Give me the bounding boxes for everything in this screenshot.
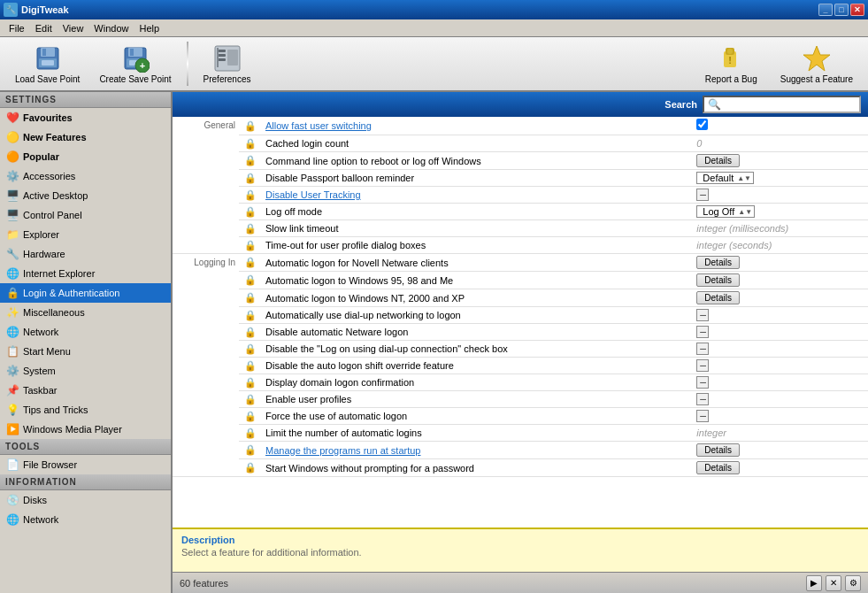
new-features-icon: 🟡 xyxy=(5,130,19,144)
minus-control: − xyxy=(696,410,709,422)
sidebar-item-miscellaneous[interactable]: ✨ Miscellaneous xyxy=(0,303,171,322)
load-save-point-label: Load Save Point xyxy=(15,74,80,84)
preferences-icon xyxy=(213,44,242,73)
sidebar-item-control-panel[interactable]: 🖥️ Control Panel xyxy=(0,205,171,225)
sidebar-item-start-menu[interactable]: 📋 Start Menu xyxy=(0,342,171,361)
misc-icon: ✨ xyxy=(5,305,19,320)
explorer-icon: 📁 xyxy=(5,227,19,242)
table-row: General 🔒 Allow fast user switching xyxy=(173,117,868,135)
search-bar: Search 🔍 xyxy=(173,92,868,117)
table-row: 🔒 Automatically use dial-up networking t… xyxy=(173,307,868,324)
svg-text:+: + xyxy=(140,60,145,71)
load-save-point-icon xyxy=(34,44,62,73)
search-input[interactable] xyxy=(723,99,856,110)
feature-cmd-reboot: Command line option to reboot or log off… xyxy=(262,152,691,170)
lock-icon: 🔒 xyxy=(239,341,262,358)
table-row: 🔒 Enable user profiles − xyxy=(173,391,868,408)
load-save-point-button[interactable]: Load Save Point xyxy=(7,40,88,89)
minus-control: − xyxy=(696,326,709,338)
table-row: 🔒 Disable the auto logon shift override … xyxy=(173,358,868,374)
dropdown-logoff[interactable]: Log Off ▲▼ xyxy=(696,205,755,218)
close-button[interactable]: ✕ xyxy=(850,4,864,16)
table-row: 🔒 Automatic logon to Windows 95, 98 and … xyxy=(173,272,868,289)
sidebar-item-popular[interactable]: 🟠 Popular xyxy=(0,147,171,166)
ie-icon: 🌐 xyxy=(5,266,19,281)
sidebar-item-login-auth[interactable]: 🔒 Login & Authentication xyxy=(0,283,171,303)
feature-cached-login: Cached login count xyxy=(262,135,691,152)
sidebar-item-hardware[interactable]: 🔧 Hardware xyxy=(0,244,171,264)
minimize-button[interactable]: _ xyxy=(818,4,833,16)
table-row: 🔒 Force the use of automatic logon − xyxy=(173,408,868,425)
description-text: Select a feature for additional informat… xyxy=(181,547,859,558)
menu-file[interactable]: File xyxy=(4,21,30,35)
sidebar-item-file-browser[interactable]: 📄 File Browser xyxy=(0,455,171,474)
feature-allow-fast-user-switching[interactable]: Allow fast user switching xyxy=(262,117,691,135)
section-general-label: General xyxy=(173,117,239,254)
sidebar-item-active-desktop[interactable]: 🖥️ Active Desktop xyxy=(0,186,171,205)
lock-icon: 🔒 xyxy=(239,135,262,152)
minus-control: − xyxy=(696,343,709,355)
sidebar-item-tips-tricks[interactable]: 💡 Tips and Tricks xyxy=(0,400,171,420)
menu-help[interactable]: Help xyxy=(134,21,165,35)
feature-control-dropdown-logoff: Log Off ▲▼ xyxy=(691,204,868,220)
feature-domain-logon: Display domain logon confirmation xyxy=(262,374,691,391)
information-header: INFORMATION xyxy=(0,474,171,490)
lock-icon: 🔒 xyxy=(239,324,262,341)
description-bar: Description Select a feature for additio… xyxy=(173,528,868,572)
toolbar: Load Save Point + Create Save Point xyxy=(0,37,868,92)
details-button[interactable]: Details xyxy=(696,461,740,474)
content-area: Search 🔍 General 🔒 Allow fast user switc… xyxy=(173,92,868,593)
feature-timeout-dialog: Time-out for user profile dialog boxes xyxy=(262,237,691,254)
table-row: 🔒 Log off mode Log Off ▲▼ xyxy=(173,204,868,220)
table-row: 🔒 Time-out for user profile dialog boxes… xyxy=(173,237,868,254)
preferences-button[interactable]: Preferences xyxy=(196,40,259,89)
feature-passport-balloon: Disable Passport balloon reminder xyxy=(262,170,691,187)
sidebar-item-internet-explorer[interactable]: 🌐 Internet Explorer xyxy=(0,264,171,283)
feature-control-minus-dialup-cb: − xyxy=(691,341,868,358)
menu-edit[interactable]: Edit xyxy=(30,21,58,35)
sidebar-item-taskbar[interactable]: 📌 Taskbar xyxy=(0,381,171,400)
sidebar-item-network[interactable]: 🌐 Network xyxy=(0,322,171,342)
sidebar-item-favourites[interactable]: ❤️ Favourites xyxy=(0,108,171,127)
sidebar-item-explorer[interactable]: 📁 Explorer xyxy=(0,225,171,244)
active-desktop-icon: 🖥️ xyxy=(5,189,19,203)
search-input-wrap: 🔍 xyxy=(703,96,861,113)
allow-fast-user-switching-checkbox[interactable] xyxy=(696,119,708,130)
disks-icon: 💿 xyxy=(5,493,19,507)
create-save-point-button[interactable]: + Create Save Point xyxy=(91,40,179,89)
status-play-button[interactable]: ▶ xyxy=(806,575,822,591)
suggest-feature-button[interactable]: Suggest a Feature xyxy=(772,40,861,89)
minus-control: − xyxy=(696,376,709,389)
details-button[interactable]: Details xyxy=(696,443,740,457)
sidebar-item-disks[interactable]: 💿 Disks xyxy=(0,490,171,510)
status-close-button[interactable]: ✕ xyxy=(826,575,841,591)
details-button[interactable]: Details xyxy=(696,273,740,287)
report-bug-button[interactable]: ! Report a Bug xyxy=(697,40,765,89)
menu-view[interactable]: View xyxy=(58,21,89,35)
lock-icon: 🔒 xyxy=(239,289,262,307)
lock-icon: 🔒 xyxy=(239,272,262,289)
sidebar-item-accessories[interactable]: ⚙️ Accessories xyxy=(0,166,171,186)
details-button[interactable]: Details xyxy=(696,291,740,304)
lock-icon: 🔒 xyxy=(239,425,262,442)
description-title: Description xyxy=(181,535,859,545)
svg-rect-17 xyxy=(217,48,219,67)
status-settings-button[interactable]: ⚙ xyxy=(845,575,861,591)
details-button[interactable]: Details xyxy=(696,256,740,269)
feature-control-details-winnt: Details xyxy=(691,289,868,307)
feature-disable-user-tracking[interactable]: Disable User Tracking xyxy=(262,187,691,204)
details-button[interactable]: Details xyxy=(696,154,740,167)
feature-table: General 🔒 Allow fast user switching 🔒 Ca… xyxy=(173,117,868,477)
feature-control-minus-shift: − xyxy=(691,358,868,374)
maximize-button[interactable]: □ xyxy=(834,4,849,16)
menu-window[interactable]: Window xyxy=(88,21,134,35)
system-icon: ⚙️ xyxy=(5,364,19,378)
feature-manage-startup[interactable]: Manage the programs run at startup xyxy=(262,442,691,459)
sidebar-item-system[interactable]: ⚙️ System xyxy=(0,361,171,381)
sidebar-item-network-info[interactable]: 🌐 Network xyxy=(0,510,171,529)
sidebar-item-wmp[interactable]: ▶️ Windows Media Player xyxy=(0,420,171,439)
dropdown-default[interactable]: Default ▲▼ xyxy=(696,172,754,184)
feature-shift-override: Disable the auto logon shift override fe… xyxy=(262,358,691,374)
sidebar-item-new-features[interactable]: 🟡 New Features xyxy=(0,127,171,147)
feature-control-checkbox[interactable] xyxy=(691,117,868,135)
